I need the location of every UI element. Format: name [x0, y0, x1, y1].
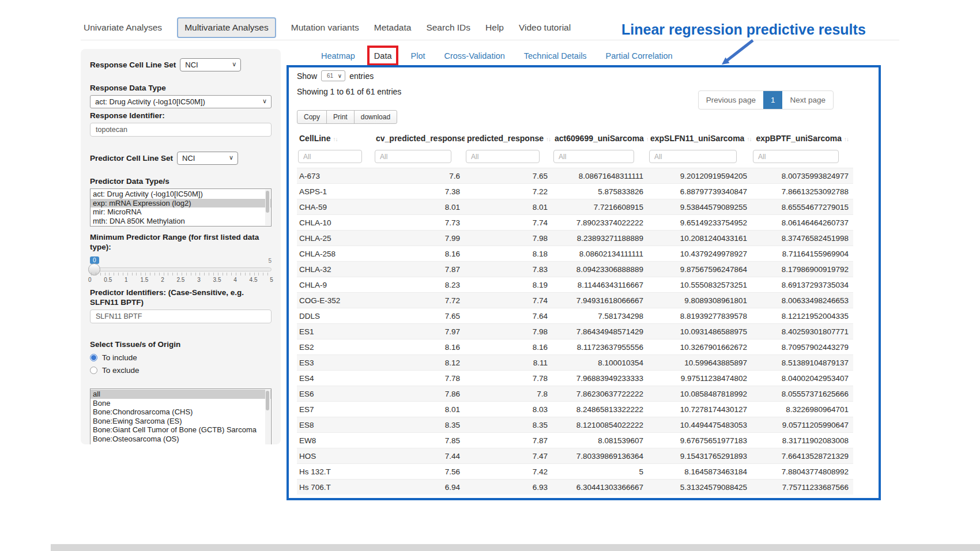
- column-header-act609699-unisarcoma[interactable]: act609699_uniSarcoma↑↓: [552, 129, 648, 149]
- next-page-button[interactable]: Next page: [782, 91, 833, 109]
- predictor-data-types-label: Predictor Data Type/s: [90, 176, 272, 186]
- radio-button-to-include[interactable]: [90, 354, 97, 361]
- value-cell: 8.12100854022222: [552, 417, 648, 433]
- data-type-option-act-drug-activity-log10-ic50m[interactable]: act: Drug Activity (-log10[IC50M]): [91, 190, 271, 199]
- response-identifier-input[interactable]: [90, 123, 272, 137]
- tissue-option-bone-ewing-sarcoma-es[interactable]: Bone:Ewing Sarcoma (ES): [91, 417, 271, 426]
- filter-input-predicted-response[interactable]: [466, 150, 540, 163]
- tissue-option-bone-giant-cell-tumor-of-bone-gctb-sarcoma[interactable]: Bone:Giant Cell Tumor of Bone (GCTB) Sar…: [91, 425, 271, 435]
- tissue-listbox[interactable]: allBoneBone:Chondrosarcoma (CHS)Bone:Ewi…: [90, 388, 272, 444]
- page-number-button[interactable]: 1: [763, 91, 783, 109]
- nav-item-mutation-variants[interactable]: Mutation variants: [291, 22, 359, 33]
- table-row: Hs 132.T7.567.4258.16458734631847.880437…: [297, 464, 853, 480]
- cellline-cell: CHLA-25: [297, 231, 374, 246]
- data-type-option-mth-dna-850k-methylation[interactable]: mth: DNA 850K Methylation: [91, 217, 271, 226]
- sort-icon[interactable]: ↑↓: [546, 136, 551, 142]
- value-cell: 9.05711205990647: [752, 417, 853, 433]
- show-entries-value: 61: [327, 73, 333, 79]
- value-cell: 7.87: [374, 262, 465, 277]
- tab-technical-details[interactable]: Technical Details: [524, 51, 587, 61]
- column-header-cellline[interactable]: CellLine↑↓: [297, 129, 374, 149]
- value-cell: 5.31324579088425: [648, 480, 752, 495]
- download-button[interactable]: download: [354, 110, 397, 124]
- print-button[interactable]: Print: [326, 110, 355, 124]
- value-cell: 9.15431765291893: [648, 448, 752, 464]
- column-header-predicted-response[interactable]: predicted_response↑↓: [465, 129, 552, 149]
- response-data-type-select[interactable]: act: Drug Activity (-log10[IC50M]): [90, 95, 272, 108]
- value-cell: 10.4494475483053: [648, 417, 752, 433]
- nav-underline: [81, 40, 899, 40]
- value-cell: 8.03: [465, 402, 552, 417]
- predictor-cell-line-set-label: Predictor Cell Line Set: [90, 153, 173, 163]
- nav-item-univariate-analyses[interactable]: Univariate Analyses: [84, 22, 162, 33]
- value-cell: 7.87: [465, 433, 552, 448]
- tissue-option-bone-chondrosarcoma-chs[interactable]: Bone:Chondrosarcoma (CHS): [91, 407, 271, 417]
- radio-row-to-include[interactable]: To include: [90, 353, 272, 362]
- table-toolbar: CopyPrintdownload: [297, 110, 870, 124]
- nav-item-search-ids[interactable]: Search IDs: [426, 22, 470, 33]
- listbox-scrollbar[interactable]: [265, 190, 270, 225]
- cellline-cell: CHLA-32: [297, 262, 374, 277]
- filter-input-expbptf-unisarcoma[interactable]: [753, 150, 839, 163]
- min-predictor-range-slider[interactable]: 0 5 00.511.522.533.544.55: [90, 256, 272, 284]
- predictor-identifiers-input[interactable]: [90, 310, 272, 323]
- cellline-cell: COG-E-352: [297, 293, 374, 308]
- tissue-option-bone[interactable]: Bone: [91, 399, 271, 408]
- value-cell: 7.74: [465, 293, 552, 308]
- value-cell: 8.31711902083008: [752, 433, 853, 448]
- column-header-expslfn11-unisarcoma[interactable]: expSLFN11_uniSarcoma↑↓: [648, 129, 752, 149]
- value-cell: 7.44: [374, 448, 465, 464]
- nav-item-multivariate-analyses[interactable]: Multivariate Analyses: [177, 17, 276, 38]
- column-label: cv_predicted_response: [376, 134, 465, 143]
- tab-cross-validation[interactable]: Cross-Validation: [444, 51, 504, 61]
- tab-heatmap[interactable]: Heatmap: [321, 51, 355, 61]
- filter-input-act609699-unisarcoma[interactable]: [553, 150, 634, 163]
- slider-max-label: 5: [268, 258, 272, 264]
- value-cell: 8.11: [465, 355, 552, 371]
- table-row: CHLA-2588.168.188.0860213411111110.43792…: [297, 246, 853, 262]
- filter-input-cv-predicted-response[interactable]: [375, 150, 451, 163]
- nav-item-help[interactable]: Help: [485, 22, 504, 33]
- value-cell: 7.66413528721329: [752, 448, 853, 464]
- value-cell: 9.20120919594205: [648, 168, 752, 184]
- table-row: Hs 706.T6.946.936.304413033666675.313245…: [297, 480, 853, 495]
- predictor-data-types-listbox[interactable]: act: Drug Activity (-log10[IC50M])exp: m…: [90, 188, 272, 227]
- value-cell: 7.88043774808992: [752, 464, 853, 480]
- filter-input-expslfn11-unisarcoma[interactable]: [649, 150, 737, 163]
- previous-page-button[interactable]: Previous page: [699, 91, 763, 109]
- nav-item-video-tutorial[interactable]: Video tutorial: [519, 22, 571, 33]
- sort-icon[interactable]: ↑↓: [333, 136, 337, 142]
- response-cell-line-set-select[interactable]: NCI: [180, 58, 241, 71]
- table-row: CHA-598.018.017.72166089159.538445790892…: [297, 199, 853, 215]
- radio-button-to-exclude[interactable]: [90, 367, 97, 374]
- sort-icon[interactable]: ↑↓: [646, 136, 648, 142]
- tissue-option-all[interactable]: all: [91, 390, 271, 399]
- tab-plot[interactable]: Plot: [410, 51, 425, 61]
- sort-icon[interactable]: ↑↓: [747, 136, 751, 142]
- tab-partial-correlation[interactable]: Partial Correlation: [606, 51, 673, 61]
- data-type-option-mir-microrna[interactable]: mir: MicroRNA: [91, 207, 271, 217]
- listbox-scrollbar[interactable]: [265, 390, 270, 444]
- cellline-cell: DDLS: [297, 308, 374, 324]
- column-header-cv-predicted-response[interactable]: cv_predicted_response↑↓: [374, 129, 465, 149]
- copy-button[interactable]: Copy: [297, 110, 327, 124]
- tab-data[interactable]: Data: [374, 51, 392, 61]
- tissue-option-bone-sarcoma[interactable]: Bone:Sarcoma: [91, 443, 271, 444]
- nav-item-metadata[interactable]: Metadata: [374, 22, 412, 33]
- column-header-expbptf-unisarcoma[interactable]: expBPTF_uniSarcoma↑↓: [752, 129, 853, 149]
- predictor-cell-line-set-select[interactable]: NCI: [177, 152, 238, 165]
- show-entries-select[interactable]: 61: [321, 70, 345, 81]
- value-cell: 9.67675651977183: [648, 433, 752, 448]
- table-body: A-6737.67.658.086716483111119.2012091959…: [297, 168, 853, 495]
- top-nav: Univariate AnalysesMultivariate Analyses…: [84, 17, 571, 38]
- slider-track[interactable]: [90, 267, 272, 271]
- value-cell: 8.65554677279015: [752, 199, 853, 215]
- sort-icon[interactable]: ↑↓: [844, 136, 849, 142]
- cellline-cell: ASPS-1: [297, 184, 374, 199]
- filter-input-cellline[interactable]: [298, 150, 362, 163]
- tissue-option-bone-osteosarcoma-os[interactable]: Bone:Osteosarcoma (OS): [91, 435, 271, 444]
- response-cell-line-set-value: NCI: [185, 61, 198, 69]
- radio-row-to-exclude[interactable]: To exclude: [90, 366, 272, 375]
- cellline-cell: EW8: [297, 433, 374, 448]
- data-type-option-exp-mrna-expression-log2[interactable]: exp: mRNA Expression (log2): [91, 199, 271, 208]
